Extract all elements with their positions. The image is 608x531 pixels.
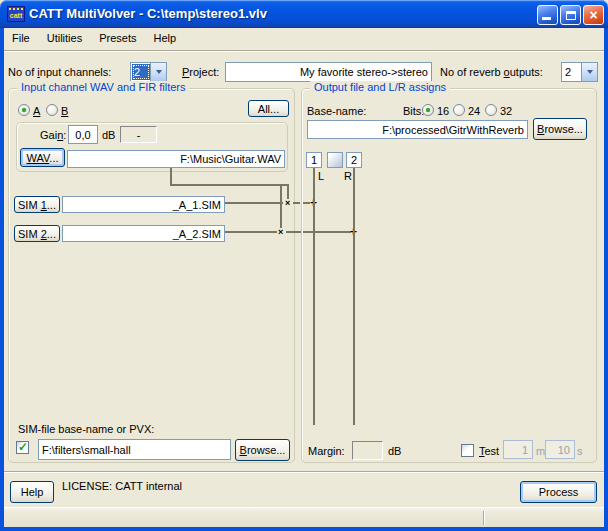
window-title: CATT MultiVolver - C:\temp\stereo1.vlv [29,6,267,21]
wav-file-input[interactable]: F:\Music\Guitar.WAV [67,150,285,168]
status-bar [4,507,604,527]
basename-input[interactable]: F:\processed\GitrWithReverb [307,120,528,139]
right-bus-label: R [344,170,352,183]
sim1-line [225,202,283,204]
process-button[interactable]: Process [520,481,597,503]
reverb-outputs-value: 2 [562,63,581,81]
menu-file[interactable]: File [12,32,30,44]
reverb-outputs-select[interactable]: 2 [561,62,598,82]
simfile-checkbox[interactable]: ✓ [16,441,29,454]
test-label: Test [479,445,499,458]
simfile-input[interactable]: F:\filters\small-hall [38,439,231,460]
test-minutes-input: 1 [503,440,533,459]
minimize-icon [542,17,551,20]
gain-unit-label: dB [102,129,115,142]
close-button[interactable]: × [583,5,604,25]
simfile-label: SIM-file base-name or PVX: [18,423,154,436]
channel-a-label: A [33,105,40,118]
bits-32-label: 32 [500,105,512,118]
app-window: catt CATT MultiVolver - C:\temp\stereo1.… [0,0,608,531]
maximize-icon [566,11,576,20]
chevron-down-icon [587,70,593,74]
margin-input[interactable] [352,441,383,460]
channel-2-box[interactable]: 2 [346,152,362,168]
margin-unit-label: dB [388,445,401,458]
reverb-outputs-dropdown-button[interactable] [581,63,597,81]
channel-b-label: B [61,105,68,118]
license-text: LICENSE: CATT internal [62,480,182,493]
wav-drop-line [170,168,172,185]
window-border-bottom [0,527,608,531]
wav-branch2-line [280,184,282,228]
bits-16-radio[interactable] [422,104,434,116]
maximize-button[interactable] [560,5,581,25]
help-button[interactable]: Help [10,481,54,503]
bits-16-label: 16 [437,105,449,118]
sim1-button[interactable]: SIM 1... [14,196,60,213]
test-seconds-unit-label: s [577,445,583,458]
input-channels-label: No of input channels: [8,66,111,79]
sim2-line [225,231,277,233]
simfile-browse-button[interactable]: Browse... [235,439,290,461]
basename-label: Base-name: [307,105,366,118]
menu-help[interactable]: Help [153,32,176,44]
channel-b-radio[interactable] [46,104,58,116]
sim2-button[interactable]: SIM 2... [14,225,60,242]
chevron-down-icon [156,70,162,74]
wav-button[interactable]: WAV... [20,148,65,167]
all-button[interactable]: All... [248,100,289,117]
sim2-file-input[interactable]: _A_2.SIM [62,225,225,242]
left-bus-label: L [318,170,324,183]
output-group-title: Output file and L/R assigns [310,81,450,93]
channel-assign-box[interactable] [327,152,343,168]
bits-24-label: 24 [468,105,480,118]
test-minutes-unit-label: m [536,445,545,458]
gain-display: - [120,126,157,143]
output-group: Output file and L/R assigns [301,88,597,463]
sim1-dash-a [293,202,300,204]
input-channels-dropdown-button[interactable] [150,63,166,81]
test-checkbox[interactable] [461,444,474,457]
minimize-button[interactable] [537,5,558,25]
input-channels-select[interactable]: 2 [130,62,167,82]
wav-horizontal-line [170,184,289,186]
project-input[interactable]: My favorite stereo->stereo [225,62,432,82]
margin-label: Margin: [308,445,345,458]
status-bar-divider [483,511,485,525]
bits-32-radio[interactable] [485,104,497,116]
input-channel-group-title: Input channel WAV and FIR filters [17,81,189,93]
input-channels-value: 2 [132,64,150,80]
sim2-multiply-node[interactable]: × [278,228,283,236]
project-label: Project: [182,66,219,79]
channel-a-radio[interactable] [18,104,30,116]
reverb-outputs-label: No of reverb outputs: [440,66,543,79]
close-icon: × [584,6,603,24]
test-seconds-input: 10 [545,440,575,459]
window-border-left [0,28,4,527]
gain-input[interactable]: 0,0 [68,125,98,144]
sim1-multiply-node[interactable]: × [285,199,290,207]
window-border-right [604,28,608,527]
footer-divider [4,471,604,473]
app-icon: catt [7,6,25,22]
basename-browse-button[interactable]: Browse... [533,118,587,140]
menu-presets[interactable]: Presets [99,32,136,44]
gain-label: Gain: [40,129,66,142]
check-icon: ✓ [18,440,28,454]
wav-branch1-line [287,184,289,199]
sim1-file-input[interactable]: _A_1.SIM [62,196,225,213]
menu-utilities[interactable]: Utilities [47,32,82,44]
titlebar[interactable]: catt CATT MultiVolver - C:\temp\stereo1.… [0,0,608,28]
bits-label: Bits: [403,105,424,118]
bits-24-radio[interactable] [453,104,465,116]
menu-divider [4,50,604,52]
channel-1-box[interactable]: 1 [306,152,322,168]
menubar: File Utilities Presets Help [4,28,604,48]
